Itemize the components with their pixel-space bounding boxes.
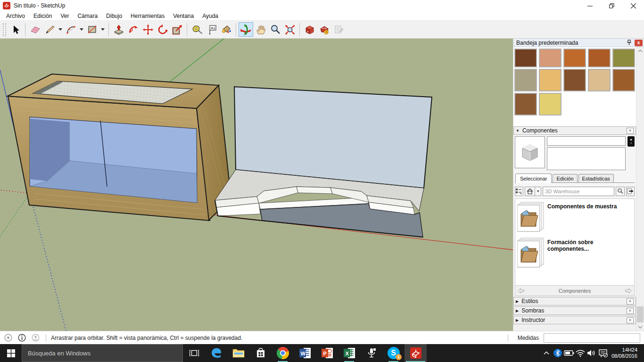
scale-tool-button[interactable] bbox=[170, 22, 184, 37]
arc-tool-dropdown[interactable] bbox=[78, 22, 85, 37]
line-tool-dropdown[interactable] bbox=[57, 22, 64, 37]
measurements-input[interactable] bbox=[544, 333, 640, 343]
menu-archivo[interactable]: Archivo bbox=[2, 12, 29, 20]
scroll-up-icon[interactable] bbox=[636, 47, 644, 55]
taskbar-app-chrome[interactable] bbox=[272, 344, 294, 362]
taskbar-app-store[interactable] bbox=[249, 344, 272, 362]
search-icon[interactable] bbox=[616, 187, 624, 196]
material-swatch[interactable] bbox=[514, 93, 537, 115]
estilos-section-header[interactable]: ▶ Estilos × bbox=[513, 297, 636, 305]
close-button[interactable] bbox=[622, 0, 644, 11]
move-tool-button[interactable] bbox=[140, 22, 155, 37]
pin-icon[interactable] bbox=[625, 40, 633, 46]
collection-label[interactable]: Formación sobre componentes... bbox=[547, 239, 632, 268]
push-pull-tool-button[interactable] bbox=[111, 22, 126, 37]
volume-icon[interactable] bbox=[586, 344, 597, 362]
wifi-icon[interactable] bbox=[575, 344, 586, 362]
bluetooth-icon[interactable] bbox=[552, 344, 563, 362]
taskbar-app-explorer[interactable] bbox=[227, 344, 249, 362]
text-tool-button[interactable]: A1 bbox=[204, 22, 219, 37]
material-swatch[interactable] bbox=[563, 69, 586, 91]
taskbar-app-excel[interactable]: X bbox=[338, 344, 360, 362]
instructor-close-button[interactable]: × bbox=[627, 317, 634, 323]
taskbar-app-skype[interactable]: S 1 bbox=[382, 344, 405, 362]
component-name-field[interactable] bbox=[547, 136, 626, 146]
instructor-section-header[interactable]: ▶ Instructor × bbox=[513, 316, 636, 324]
material-swatch[interactable] bbox=[588, 69, 611, 91]
material-swatch[interactable] bbox=[612, 69, 635, 91]
collection-label[interactable]: Componentes de muestra bbox=[547, 203, 617, 232]
info-icon[interactable] bbox=[17, 334, 26, 342]
toolbar-drag-handle[interactable] bbox=[3, 23, 6, 36]
material-swatch[interactable] bbox=[539, 49, 561, 67]
nav-back-icon[interactable] bbox=[515, 286, 527, 296]
menu-ayuda[interactable]: Ayuda bbox=[198, 12, 223, 20]
task-view-button[interactable] bbox=[183, 344, 205, 362]
3d-warehouse-search-input[interactable] bbox=[543, 187, 614, 196]
estilos-close-button[interactable]: × bbox=[627, 298, 634, 304]
taskbar-search-box[interactable] bbox=[22, 344, 183, 362]
menu-ver[interactable]: Ver bbox=[56, 12, 73, 20]
tray-close-button[interactable]: x bbox=[635, 40, 643, 46]
componentes-close-button[interactable]: × bbox=[627, 128, 634, 134]
taskbar-search-input[interactable] bbox=[28, 350, 182, 357]
tray-scrollbar[interactable] bbox=[636, 47, 644, 331]
menu-camara[interactable]: Cámara bbox=[73, 12, 102, 20]
minimize-button[interactable] bbox=[579, 0, 601, 11]
taskbar-app-microphone[interactable] bbox=[360, 344, 382, 362]
componentes-section-header[interactable]: ▼ Componentes × bbox=[513, 126, 636, 135]
rotate-tool-button[interactable] bbox=[155, 22, 170, 37]
orbit-tool-button[interactable] bbox=[239, 22, 253, 37]
list-item[interactable]: Componentes de muestra bbox=[517, 202, 632, 232]
3d-warehouse-button[interactable] bbox=[302, 22, 317, 37]
scroll-down-icon[interactable] bbox=[636, 323, 644, 331]
rectangle-tool-button[interactable] bbox=[85, 22, 99, 37]
select-tool-button[interactable] bbox=[8, 22, 23, 37]
tray-chevron-up-icon[interactable] bbox=[541, 344, 552, 362]
list-item[interactable]: Formación sobre componentes... bbox=[517, 238, 632, 268]
menu-edicion[interactable]: Edición bbox=[29, 12, 56, 20]
nav-forward-icon[interactable] bbox=[623, 286, 634, 296]
viewport-canvas[interactable] bbox=[0, 39, 513, 331]
material-swatch[interactable] bbox=[563, 49, 586, 67]
taskbar-clock[interactable]: 14H24 08/08/2016 bbox=[609, 347, 641, 359]
material-swatch[interactable] bbox=[588, 49, 611, 67]
menu-dibujo[interactable]: Dibujo bbox=[102, 12, 126, 20]
view-options-button[interactable] bbox=[515, 187, 523, 196]
tab-edicion[interactable]: Edición bbox=[553, 174, 577, 182]
tab-seleccionar[interactable]: Seleccionar bbox=[515, 173, 552, 183]
extension-warehouse-button[interactable] bbox=[317, 22, 331, 37]
scrollbar-track[interactable] bbox=[636, 55, 644, 323]
action-center-icon[interactable] bbox=[597, 344, 609, 362]
sombras-close-button[interactable]: × bbox=[627, 308, 634, 314]
start-button[interactable] bbox=[0, 344, 22, 362]
arc-tool-button[interactable] bbox=[64, 22, 78, 37]
secondary-pane-toggle[interactable]: ▼＋ bbox=[627, 136, 635, 147]
menu-ventana[interactable]: Ventana bbox=[169, 12, 198, 20]
tape-measure-tool-button[interactable] bbox=[190, 22, 204, 37]
scrollbar-thumb[interactable] bbox=[637, 306, 644, 322]
line-tool-button[interactable] bbox=[42, 22, 57, 37]
taskbar-app-word[interactable]: W bbox=[294, 344, 316, 362]
navigate-forward-button[interactable] bbox=[626, 187, 635, 196]
zoom-extents-tool-button[interactable] bbox=[282, 22, 297, 37]
home-dropdown[interactable]: ▼ bbox=[535, 187, 541, 196]
3d-viewport[interactable] bbox=[0, 39, 513, 331]
share-model-button[interactable] bbox=[331, 22, 346, 37]
material-swatch[interactable] bbox=[612, 49, 635, 67]
material-swatch[interactable] bbox=[514, 49, 537, 67]
model-white-base-back-wall[interactable] bbox=[215, 87, 432, 237]
taskbar-app-sketchup[interactable] bbox=[405, 344, 427, 362]
zoom-tool-button[interactable] bbox=[268, 22, 282, 37]
material-swatch[interactable] bbox=[539, 69, 561, 91]
follow-me-tool-button[interactable] bbox=[126, 22, 140, 37]
rectangle-tool-dropdown[interactable] bbox=[99, 22, 106, 37]
tab-estadisticas[interactable]: Estadísticas bbox=[578, 174, 614, 182]
battery-icon[interactable] bbox=[563, 344, 575, 362]
taskbar-app-edge[interactable] bbox=[205, 344, 227, 362]
material-swatch[interactable] bbox=[514, 69, 537, 91]
pan-tool-button[interactable] bbox=[253, 22, 268, 37]
taskbar-app-powerpoint[interactable]: P bbox=[316, 344, 338, 362]
model-wooden-glass-cabinet[interactable] bbox=[8, 74, 231, 221]
eraser-tool-button[interactable] bbox=[28, 22, 42, 37]
